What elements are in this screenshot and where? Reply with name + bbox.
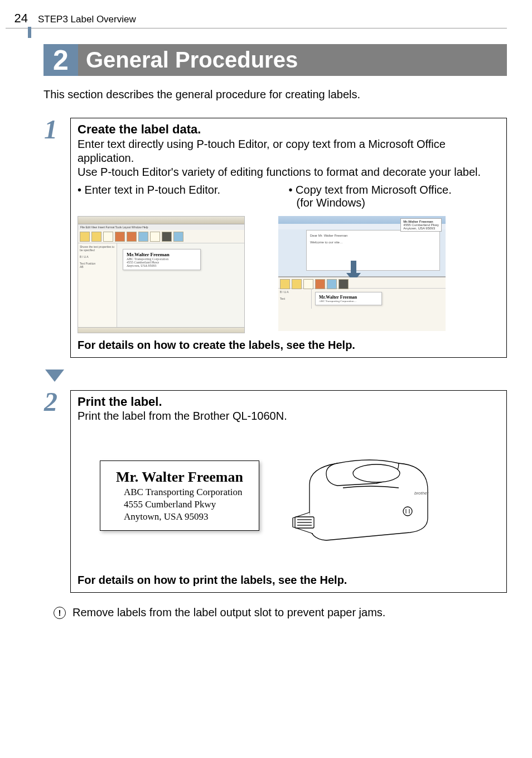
chapter-title: General Procedures xyxy=(78,44,507,76)
printer-illustration: brother xyxy=(287,440,443,551)
step-1-body-1: Enter text directly using P-touch Editor… xyxy=(78,137,500,165)
step-1-title: Create the label data. xyxy=(78,122,500,137)
chapter-number: 2 xyxy=(43,44,78,76)
ptouch-editor-screenshot: File Edit View Insert Format Tools Layou… xyxy=(78,216,245,333)
accent-bar xyxy=(28,27,31,38)
print-label-line2: 4555 Cumberland Pkwy xyxy=(116,499,243,510)
step-1-details: For details on how to create the labels,… xyxy=(78,339,500,352)
breadcrumb: STEP3 Label Overview xyxy=(38,14,136,25)
flow-arrow-icon xyxy=(43,368,507,383)
step-2-number: 2 xyxy=(44,388,57,415)
mini-label-name: Mr.Walter Freeman xyxy=(127,252,197,257)
step-1-block: 1 Create the label data. Enter text dire… xyxy=(70,118,507,358)
mini-label-line3: Anytown, USA 95093 xyxy=(127,264,197,267)
step-1-body-2: Use P-touch Editor's variety of editing … xyxy=(78,165,500,179)
svg-point-7 xyxy=(403,507,412,516)
step-1-number: 1 xyxy=(44,116,57,143)
svg-point-2 xyxy=(353,464,400,482)
page-number: 24 xyxy=(6,11,28,26)
mini-label2-name: Mr.Walter Freeman xyxy=(319,295,378,300)
print-label-name: Mr. Walter Freeman xyxy=(116,469,243,486)
note-text: Remove labels from the label output slot… xyxy=(72,606,385,619)
step-2-details: For details on how to print the labels, … xyxy=(78,574,500,587)
step-2-block: 2 Print the label. Print the label from … xyxy=(70,390,507,593)
step-2-body: Print the label from the Brother QL-1060… xyxy=(78,409,500,423)
step-1-bullet-left: • Enter text in P-touch Editor. xyxy=(78,184,289,209)
mini-label-card: Mr.Walter Freeman ABC Transporting Corpo… xyxy=(123,249,201,270)
step-1-bullet-right-1: • Copy text from Microsoft Office. xyxy=(289,184,500,196)
chapter-heading: 2 General Procedures xyxy=(43,44,507,76)
step-1-bullet-right-2: (for Windows) xyxy=(289,196,500,209)
warning-icon: ! xyxy=(54,607,66,619)
msoffice-screenshot: Dear Mr. Walter Freeman Welcome to our s… xyxy=(278,216,446,333)
svg-text:brother: brother xyxy=(414,491,429,496)
printed-label-card: Mr. Walter Freeman ABC Transporting Corp… xyxy=(100,460,259,531)
print-label-line1: ABC Transporting Corporation xyxy=(116,487,243,498)
note-row: ! Remove labels from the label output sl… xyxy=(54,606,507,619)
svg-marker-1 xyxy=(45,370,64,382)
intro-text: This section describes the general proce… xyxy=(43,88,507,101)
print-label-line3: Anytown, USA 95093 xyxy=(116,511,243,522)
step-2-title: Print the label. xyxy=(78,394,500,410)
